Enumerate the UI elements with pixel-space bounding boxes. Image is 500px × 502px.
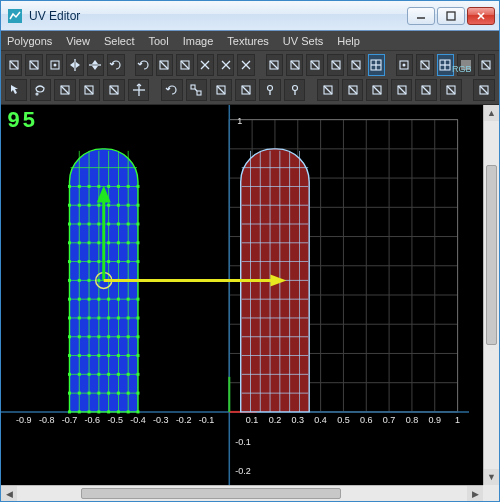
menu-help[interactable]: Help bbox=[337, 35, 360, 47]
uv-viewport[interactable]: 95 -0.9-0.8-0.7-0.6-0.5-0.4-0.3-0.2-0.10… bbox=[1, 105, 499, 501]
svg-rect-221 bbox=[136, 335, 139, 338]
horizontal-scrollbar[interactable]: ◀ ▶ bbox=[1, 485, 483, 501]
menu-uvsets[interactable]: UV Sets bbox=[283, 35, 323, 47]
tool-rotate-ccw[interactable] bbox=[107, 54, 124, 76]
wire-icon bbox=[419, 83, 433, 97]
svg-rect-202 bbox=[127, 223, 130, 226]
tool-align-v[interactable] bbox=[347, 54, 364, 76]
svg-line-50 bbox=[85, 86, 93, 94]
menu-view[interactable]: View bbox=[66, 35, 90, 47]
tool-save[interactable] bbox=[25, 54, 42, 76]
svg-rect-198 bbox=[117, 392, 120, 395]
tool-align-u[interactable] bbox=[327, 54, 344, 76]
grid-icon bbox=[369, 58, 383, 72]
svg-rect-130 bbox=[68, 335, 71, 338]
tool-tweak[interactable] bbox=[54, 79, 76, 101]
maximize-button[interactable] bbox=[437, 7, 465, 25]
scroll-left-icon[interactable]: ◀ bbox=[1, 486, 17, 501]
svg-rect-183 bbox=[107, 354, 110, 357]
svg-rect-149 bbox=[88, 204, 91, 207]
tool-brush[interactable] bbox=[103, 79, 125, 101]
tool-lasso[interactable] bbox=[30, 79, 52, 101]
svg-rect-177 bbox=[107, 241, 110, 244]
minimize-button[interactable] bbox=[407, 7, 435, 25]
tool-smooth[interactable] bbox=[210, 79, 232, 101]
svg-rect-56 bbox=[197, 91, 201, 95]
tool-stack[interactable] bbox=[176, 54, 193, 76]
menu-polygons[interactable]: Polygons bbox=[7, 35, 52, 47]
window-title: UV Editor bbox=[29, 9, 407, 23]
tool-sew[interactable] bbox=[197, 54, 214, 76]
svg-rect-215 bbox=[136, 223, 139, 226]
tool-paint[interactable] bbox=[79, 79, 101, 101]
sew-icon bbox=[198, 58, 212, 72]
svg-rect-145 bbox=[78, 373, 81, 376]
tool-flip-v[interactable] bbox=[87, 54, 104, 76]
svg-line-79 bbox=[480, 86, 488, 94]
scroll-up-icon[interactable]: ▲ bbox=[484, 105, 499, 121]
tool-dim[interactable] bbox=[366, 79, 388, 101]
menu-select[interactable]: Select bbox=[104, 35, 135, 47]
tool-unpin[interactable] bbox=[284, 79, 306, 101]
tool-shell[interactable] bbox=[342, 79, 364, 101]
tool-lattice[interactable] bbox=[317, 79, 339, 101]
tool-snap[interactable] bbox=[396, 54, 413, 76]
tool-iso[interactable] bbox=[416, 54, 433, 76]
tool-flip-h[interactable] bbox=[66, 54, 83, 76]
tool-unfold[interactable] bbox=[286, 54, 303, 76]
x-tick-label: -0.6 bbox=[85, 415, 101, 425]
svg-rect-141 bbox=[78, 298, 81, 301]
menu-tool[interactable]: Tool bbox=[149, 35, 169, 47]
tool-arrow[interactable] bbox=[5, 79, 27, 101]
tool-gizmo[interactable] bbox=[440, 79, 462, 101]
tool-grid[interactable] bbox=[368, 54, 385, 76]
svg-rect-167 bbox=[97, 298, 100, 301]
tool-optimize[interactable] bbox=[306, 54, 323, 76]
svg-rect-148 bbox=[88, 185, 91, 188]
scroll-down-icon[interactable]: ▼ bbox=[484, 469, 499, 485]
uv-canvas[interactable]: -0.9-0.8-0.7-0.6-0.5-0.4-0.3-0.2-0.10.10… bbox=[1, 105, 469, 485]
tool-alpha[interactable] bbox=[478, 54, 495, 76]
tool-separate[interactable] bbox=[237, 54, 254, 76]
svg-rect-134 bbox=[68, 410, 71, 413]
shell-icon bbox=[346, 83, 360, 97]
vertical-scrollbar[interactable]: ▲ ▼ bbox=[483, 105, 499, 485]
svg-rect-161 bbox=[97, 185, 100, 188]
tool-open[interactable] bbox=[5, 54, 22, 76]
tool-move[interactable] bbox=[128, 79, 150, 101]
svg-line-26 bbox=[291, 61, 299, 69]
menu-textures[interactable]: Textures bbox=[227, 35, 269, 47]
tool-scale[interactable] bbox=[186, 79, 208, 101]
svg-rect-194 bbox=[117, 316, 120, 319]
menu-image[interactable]: Image bbox=[183, 35, 214, 47]
tool-snapshot[interactable] bbox=[46, 54, 63, 76]
scroll-right-icon[interactable]: ▶ bbox=[467, 486, 483, 501]
tool-cycle[interactable] bbox=[156, 54, 173, 76]
tool-wire[interactable] bbox=[415, 79, 437, 101]
tool-cut[interactable] bbox=[217, 54, 234, 76]
svg-rect-174 bbox=[107, 185, 110, 188]
unpin-icon bbox=[288, 83, 302, 97]
tool-relax[interactable] bbox=[235, 79, 257, 101]
tool-shade[interactable] bbox=[391, 79, 413, 101]
tool-rotate[interactable] bbox=[161, 79, 183, 101]
tool-rgb[interactable]: RGB bbox=[457, 54, 474, 76]
tool-layout[interactable] bbox=[266, 54, 283, 76]
tool-pin[interactable] bbox=[259, 79, 281, 101]
tool-rotate-cw[interactable] bbox=[135, 54, 152, 76]
snap-icon bbox=[397, 58, 411, 72]
vertical-scroll-thumb[interactable] bbox=[486, 165, 497, 345]
svg-line-8 bbox=[30, 61, 38, 69]
svg-point-37 bbox=[403, 64, 406, 67]
svg-rect-223 bbox=[136, 373, 139, 376]
arrow-icon bbox=[9, 83, 23, 97]
svg-rect-216 bbox=[136, 241, 139, 244]
close-button[interactable] bbox=[467, 7, 495, 25]
horizontal-scroll-thumb[interactable] bbox=[81, 488, 341, 499]
titlebar[interactable]: UV Editor bbox=[1, 1, 499, 31]
svg-line-14 bbox=[160, 61, 168, 69]
svg-rect-214 bbox=[136, 204, 139, 207]
svg-rect-160 bbox=[88, 410, 91, 413]
x-tick-label: -0.9 bbox=[16, 415, 32, 425]
tool-options[interactable] bbox=[473, 79, 495, 101]
